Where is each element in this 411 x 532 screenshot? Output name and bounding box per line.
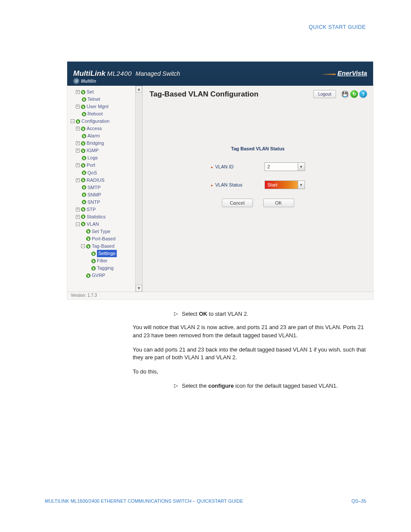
nav-tree: +Set Telnet +User Mgnt Reboot −Configura… — [67, 86, 142, 282]
version-label: Version: 1.7.3 — [67, 292, 373, 299]
bullet-icon — [86, 274, 90, 278]
bullet-icon — [81, 141, 85, 146]
help-icon[interactable]: ? — [359, 90, 367, 98]
tree-scrollbar[interactable]: ▲ ▼ — [135, 86, 142, 292]
vlan-status-label: VLAN Status — [211, 182, 250, 187]
product-logo: MultiLinkML2400 Managed Switch — [73, 69, 180, 78]
page-footer: MULTILINK ML1600/2400 ETHERNET COMMUNICA… — [45, 498, 366, 504]
nav-vlan[interactable]: −VLAN — [68, 221, 141, 228]
nav-qos[interactable]: QoS — [68, 169, 141, 177]
logo-main: MultiLink — [73, 69, 106, 78]
nav-filter[interactable]: Filter — [68, 257, 141, 264]
bullet-icon — [82, 156, 86, 160]
brand-badge: ⦿ Multilin — [73, 78, 96, 84]
save-icon[interactable]: 💾 — [341, 90, 349, 98]
app-screenshot: MultiLinkML2400 Managed Switch ⦿ Multili… — [67, 61, 374, 300]
vlan-status-panel: Tag Based VLAN Status VLAN ID 2 ▼ VLAN S… — [149, 146, 366, 207]
bullet-icon — [81, 127, 85, 131]
bullet-icon — [91, 266, 96, 271]
refresh-icon[interactable]: ↻ — [350, 90, 358, 98]
bullet-icon — [81, 207, 85, 212]
logo-model: ML2400 — [107, 70, 132, 77]
nav-sntp[interactable]: SNTP — [68, 199, 141, 206]
chevron-down-icon[interactable]: ▼ — [298, 163, 305, 171]
nav-reboot[interactable]: Reboot — [68, 110, 141, 118]
bullet-icon — [82, 200, 86, 204]
bullet-icon — [81, 215, 85, 219]
main-panel: Tag-Based VLAN Configuration Logout 💾 ↻ … — [143, 86, 373, 292]
ge-icon: ⦿ — [73, 78, 79, 84]
chevron-down-icon[interactable]: ▼ — [298, 181, 305, 189]
nav-configuration[interactable]: −Configuration — [68, 118, 141, 125]
bullet-icon — [81, 222, 85, 226]
nav-snmp[interactable]: SNMP — [68, 191, 141, 199]
nav-statistics[interactable]: +Statistics — [68, 213, 141, 221]
nav-settype[interactable]: Set Type — [68, 228, 141, 235]
vlan-id-select[interactable]: 2 ▼ — [265, 162, 305, 171]
ok-button[interactable]: OK — [263, 199, 294, 207]
footer-right: QS–35 — [352, 498, 366, 504]
document-body-text: Select OK to start VLAN 2. You will noti… — [133, 310, 371, 395]
enervista-logo: EnerVista — [337, 69, 367, 77]
bullet-icon — [86, 236, 90, 241]
bullet-icon — [81, 178, 85, 182]
nav-stp[interactable]: +STP — [68, 206, 141, 213]
app-header: MultiLinkML2400 Managed Switch ⦿ Multili… — [67, 62, 373, 86]
bullet-icon — [82, 185, 86, 190]
footer-left: MULTILINK ML1600/2400 ETHERNET COMMUNICA… — [45, 498, 243, 504]
bullet-icon — [82, 134, 86, 138]
nav-access[interactable]: +Access — [68, 125, 141, 132]
nav-gvrp[interactable]: GVRP — [68, 272, 141, 279]
logout-button[interactable]: Logout — [313, 90, 336, 98]
nav-telnet[interactable]: Telnet — [68, 96, 141, 103]
para-3: To do this, — [133, 368, 371, 376]
vlan-id-value: 2 — [265, 163, 298, 171]
nav-portbased[interactable]: Port-Based — [68, 235, 141, 243]
para-2: You can add ports 21 and 23 back into th… — [133, 346, 371, 362]
bullet-icon — [82, 171, 86, 175]
bullet-icon — [91, 252, 96, 256]
bullet-icon — [86, 244, 90, 249]
nav-tagging[interactable]: Tagging — [68, 264, 141, 272]
nav-tagbased[interactable]: −Tag-Based — [68, 243, 141, 250]
scroll-up-icon[interactable]: ▲ — [136, 86, 142, 93]
nav-alarm[interactable]: Alarm — [68, 132, 141, 140]
bullet-icon — [82, 112, 86, 116]
bullet-icon — [81, 163, 85, 168]
bullet-icon — [91, 259, 96, 263]
vlan-id-label: VLAN ID — [211, 164, 250, 169]
nav-tree-wrap: +Set Telnet +User Mgnt Reboot −Configura… — [67, 86, 143, 292]
bullet-icon — [81, 90, 85, 94]
nav-smtp[interactable]: SMTP — [68, 184, 141, 191]
nav-settings[interactable]: Settings — [68, 250, 141, 257]
logo-tag: Managed Switch — [136, 70, 181, 77]
panel-subtitle: Tag Based VLAN Status — [149, 146, 366, 151]
bullet-icon — [81, 149, 85, 153]
nav-logs[interactable]: Logs — [68, 154, 141, 162]
nav-radius[interactable]: +RADIUS — [68, 177, 141, 184]
brand-sub: Multilin — [81, 79, 96, 84]
cancel-button[interactable]: Cancel — [222, 199, 253, 207]
bullet-icon — [81, 105, 85, 109]
page-header-right: QUICK START GUIDE — [308, 24, 366, 30]
para-1: You will notice that VLAN 2 is now activ… — [133, 324, 371, 340]
nav-igmp[interactable]: +IGMP — [68, 147, 141, 154]
bullet-icon — [86, 229, 90, 233]
vlan-status-select[interactable]: Start ▼ — [265, 180, 305, 189]
nav-set[interactable]: +Set — [68, 88, 141, 96]
bullet-icon — [76, 119, 80, 124]
scroll-down-icon[interactable]: ▼ — [136, 285, 142, 292]
step-2: Select the configure icon for the defaul… — [133, 382, 371, 390]
step-1: Select OK to start VLAN 2. — [133, 310, 371, 318]
bullet-icon — [82, 97, 86, 102]
nav-bridging[interactable]: +Bridging — [68, 140, 141, 147]
vlan-status-value: Start — [265, 181, 298, 189]
bullet-icon — [82, 193, 86, 197]
nav-port[interactable]: +Port — [68, 162, 141, 169]
nav-usermgnt[interactable]: +User Mgnt — [68, 103, 141, 110]
